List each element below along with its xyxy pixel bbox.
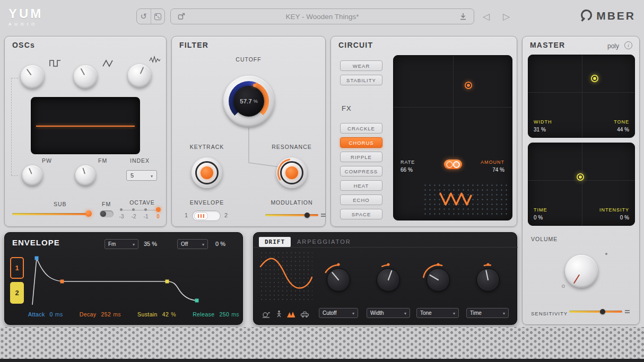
- save-preset-icon[interactable]: [459, 12, 467, 21]
- envelope-toggle-handle[interactable]: [194, 212, 208, 220]
- width-tone-handle[interactable]: [591, 75, 598, 82]
- cutoff-knob[interactable]: 57.7 %: [223, 76, 274, 127]
- attack-value[interactable]: 0: [50, 311, 53, 317]
- sensitivity-slider-handle[interactable]: [600, 309, 605, 314]
- mod-amount-1[interactable]: 35 %: [144, 241, 157, 247]
- resonance-knob[interactable]: [276, 157, 307, 188]
- fx-chorus-button[interactable]: CHORUS: [340, 137, 382, 148]
- release-readout[interactable]: Release250ms: [193, 311, 239, 317]
- preset-name[interactable]: KEY - Wooden Things*: [186, 13, 459, 21]
- voice-mode-label[interactable]: poly: [607, 42, 619, 50]
- fx-space-button[interactable]: SPACE: [340, 209, 382, 219]
- chorus-xy-pad[interactable]: RATE 66 % AMOUNT 74 %: [393, 55, 512, 220]
- time-intensity-xy-pad[interactable]: TIME 0 % INTENSITY 0 %: [528, 143, 635, 226]
- decay-value[interactable]: 252: [101, 311, 111, 317]
- drift-target-1-select[interactable]: Cutoff: [319, 308, 358, 318]
- osc2-level-knob[interactable]: [74, 65, 97, 89]
- drift-wave-display[interactable]: [259, 251, 312, 302]
- mod-amount-2[interactable]: 0 %: [215, 241, 225, 247]
- octave-option[interactable]: -3: [117, 214, 126, 219]
- modulation-slider[interactable]: [265, 213, 318, 218]
- decay-readout[interactable]: Decay252ms: [80, 311, 121, 317]
- rate-value[interactable]: 66 %: [401, 167, 413, 173]
- osc1-level-knob[interactable]: [21, 65, 44, 89]
- fm-toggle[interactable]: [100, 210, 114, 217]
- octave-option[interactable]: -1: [142, 214, 150, 219]
- undo-random-button[interactable]: [137, 9, 151, 24]
- fx-heat-button[interactable]: HEAT: [340, 180, 382, 191]
- next-preset-button[interactable]: [503, 11, 510, 22]
- fx-compress-button[interactable]: COMPRESS: [340, 166, 382, 176]
- fm-knob[interactable]: [75, 165, 95, 186]
- env-mod-target-1-select[interactable]: Fm: [105, 239, 138, 249]
- drift-target-2-select[interactable]: Width: [367, 308, 410, 318]
- decay-handle[interactable]: [60, 280, 64, 284]
- envelope-curve-display[interactable]: [28, 254, 241, 309]
- sensitivity-slider[interactable]: [569, 309, 622, 314]
- chevron-down-icon: [404, 310, 406, 316]
- volume-knob[interactable]: [565, 255, 598, 288]
- release-handle[interactable]: [195, 299, 199, 303]
- envelope-select-toggle[interactable]: [192, 210, 221, 221]
- tab-arpeggiator[interactable]: ARPEGGIATOR: [297, 239, 351, 245]
- pw-knob[interactable]: [22, 165, 42, 186]
- tab-drift[interactable]: DRIFT: [259, 237, 291, 247]
- oscilloscope-display[interactable]: [31, 97, 140, 154]
- octave-tick-selected[interactable]: [156, 207, 161, 212]
- mountain-icon[interactable]: [286, 311, 295, 318]
- drift-knob-3[interactable]: [421, 263, 455, 297]
- env-option-1[interactable]: 1: [185, 212, 188, 218]
- sustain-value[interactable]: 42: [162, 311, 169, 317]
- time-value[interactable]: 0 %: [534, 215, 543, 220]
- octave-option[interactable]: -2: [129, 214, 138, 219]
- car-icon[interactable]: [300, 311, 309, 318]
- drift-target-3-select[interactable]: Tone: [416, 308, 459, 318]
- time-intensity-handle[interactable]: [577, 173, 584, 181]
- wear-button[interactable]: WEAR: [340, 60, 382, 71]
- chorus-power-toggle[interactable]: [444, 160, 462, 169]
- octave-option-selected[interactable]: 0: [154, 214, 162, 219]
- drift-knob-4[interactable]: [471, 263, 505, 297]
- index-select[interactable]: 5: [126, 170, 157, 181]
- fx-echo-button[interactable]: ECHO: [340, 195, 382, 205]
- envelope-tab-1[interactable]: 1: [10, 257, 24, 279]
- export-preset-icon[interactable]: [177, 12, 186, 21]
- mod-routing-line: [11, 78, 18, 78]
- stability-button[interactable]: STABILITY: [340, 75, 382, 85]
- previous-preset-button[interactable]: [483, 11, 490, 22]
- envelope-tab-2[interactable]: 2: [10, 282, 24, 304]
- rate-label: RATE: [401, 160, 415, 165]
- width-value[interactable]: 31 %: [534, 127, 546, 133]
- sustain-readout[interactable]: Sustain42%: [137, 311, 176, 317]
- sub-slider-handle[interactable]: [85, 210, 92, 217]
- randomize-button[interactable]: [151, 9, 165, 24]
- sustain-handle[interactable]: [166, 280, 169, 284]
- drift-knob-2[interactable]: [371, 263, 405, 297]
- octave-tick[interactable]: [144, 208, 147, 211]
- chorus-xy-handle[interactable]: [465, 82, 472, 89]
- snail-icon[interactable]: [262, 311, 271, 319]
- env-option-2[interactable]: 2: [224, 212, 228, 218]
- amount-value[interactable]: 74 %: [492, 167, 504, 173]
- osc3-level-knob[interactable]: [128, 64, 151, 87]
- sub-slider[interactable]: [12, 211, 90, 217]
- preset-browser[interactable]: KEY - Wooden Things*: [170, 8, 474, 24]
- keytrack-knob[interactable]: [192, 157, 222, 188]
- tone-value[interactable]: 44 %: [617, 127, 629, 133]
- intensity-value[interactable]: 0 %: [620, 215, 629, 220]
- fx-ripple-button[interactable]: RIPPLE: [340, 152, 382, 162]
- octave-tick[interactable]: [120, 208, 123, 211]
- fx-crackle-button[interactable]: CRACKLE: [340, 123, 382, 134]
- person-icon[interactable]: [275, 310, 283, 319]
- attack-readout[interactable]: Attack0ms: [28, 311, 63, 317]
- volume-min-marker: [562, 285, 565, 288]
- env-mod-target-2-select[interactable]: Off: [177, 239, 208, 249]
- width-tone-xy-pad[interactable]: WIDTH 31 % TONE 44 %: [528, 55, 635, 138]
- octave-tick[interactable]: [132, 208, 135, 211]
- info-icon[interactable]: [624, 41, 632, 49]
- modulation-slider-handle[interactable]: [304, 213, 310, 218]
- drift-knob-1[interactable]: [321, 263, 355, 297]
- drift-target-4-select[interactable]: Time: [466, 308, 509, 318]
- release-value[interactable]: 250: [219, 311, 229, 317]
- attack-handle[interactable]: [35, 257, 39, 260]
